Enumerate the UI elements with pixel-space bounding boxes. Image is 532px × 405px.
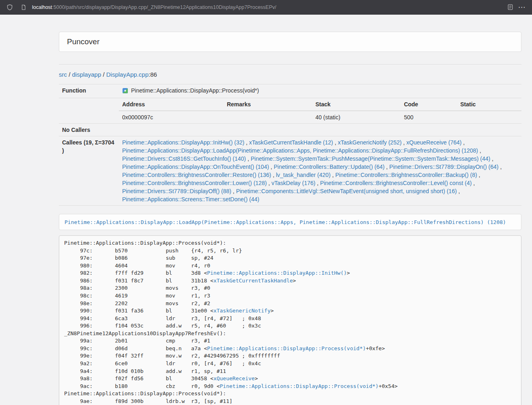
stats-values-row: 0x0000097c 40 (static) 500 [119,111,521,123]
url-text: localhost:5000/path/src/displayapp/Displ… [32,4,276,10]
callee-link[interactable]: xTaskGenericNotify (252) [338,139,401,146]
function-name: Pinetime::Applications::DisplayApp::Proc… [131,87,259,94]
no-callers-cell [119,124,521,136]
toolbar-right-actions: ⋯ [504,2,528,13]
breadcrumb-link[interactable]: src [59,71,67,78]
app-header-panel: Puncover [59,32,521,52]
disassembly: Pinetime::Applications::DisplayApp::Proc… [59,235,521,405]
reader-mode-icon[interactable] [504,2,516,13]
callee-link[interactable]: Pinetime::Applications::DisplayApp::OnTo… [122,164,269,170]
callee-link[interactable]: Pinetime::Controllers::BrightnessControl… [122,180,267,186]
callee-link[interactable]: vTaskDelay (176) [271,180,315,186]
stats-label-spacer [59,98,119,124]
shield-icon[interactable] [4,2,15,13]
url-path: :5000/path/src/displayapp/DisplayApp.cpp… [52,4,276,10]
code-symbol-link[interactable]: xTaskGenericNotify [213,308,271,314]
breadcrumb-link[interactable]: DisplayApp.cpp [106,71,149,78]
stat-remarks [224,111,312,123]
callee-link[interactable]: xQueueReceive (764) [406,139,461,146]
callee-link[interactable]: Pinetime::System::SystemTask::PushMessag… [251,155,491,162]
stat-stack: 40 (static) [312,111,401,123]
breadcrumb-separator: / [101,71,106,78]
col-code: Code [401,98,457,111]
browser-toolbar: localhost:5000/path/src/displayapp/Displ… [0,0,532,15]
breadcrumb-separator: / [67,71,72,78]
callee-link[interactable]: Pinetime::Applications::DisplayApp::Load… [122,147,478,154]
app-title[interactable]: Puncover [67,37,99,46]
callee-link[interactable]: Pinetime::Drivers::St7789::DisplayOn() (… [389,164,498,170]
stats-row: Address Remarks Stack Code Static 0x0000… [59,98,521,124]
stat-code: 500 [401,111,457,123]
url-bar[interactable]: localhost:5000/path/src/displayapp/Displ… [18,2,504,13]
function-row: Function Pinetime::Applications::Display… [59,84,521,98]
url-host: localhost [32,4,52,10]
callee-link[interactable]: Pinetime::Components::LittleVgl::SetNewT… [236,188,457,194]
code-symbol-link[interactable]: Pinetime::Applications::DisplayApp::Proc… [220,383,379,389]
callees-list: Pinetime::Applications::DisplayApp::Init… [119,136,521,206]
code-symbol-link[interactable]: Pinetime::Applications::DisplayApp::Proc… [207,345,366,351]
callee-link[interactable]: Pinetime::Applications::Screens::Timer::… [122,196,259,202]
col-stack: Stack [312,98,401,111]
callee-link[interactable]: Pinetime::Controllers::Battery::Update()… [274,164,385,170]
selected-symbol-panel: Pinetime::Applications::DisplayApp::Load… [59,214,521,230]
callee-link[interactable]: Pinetime::Drivers::Cst816S::GetTouchInfo… [122,155,246,162]
stats-header-row: Address Remarks Stack Code Static [119,98,521,111]
page-info-icon[interactable] [18,2,29,13]
function-name-cell: Pinetime::Applications::DisplayApp::Proc… [119,84,521,98]
stats-table: Address Remarks Stack Code Static 0x0000… [119,98,521,123]
callee-link[interactable]: xTaskGetCurrentTaskHandle (12) [249,139,333,146]
divider [59,64,521,65]
callee-link[interactable]: Pinetime::Applications::DisplayApp::Init… [122,139,244,146]
menu-icon[interactable]: ⋯ [516,2,528,13]
callee-link[interactable]: Pinetime::Controllers::BrightnessControl… [335,172,477,178]
code-symbol-link[interactable]: Pinetime::Applications::DisplayApp::Init… [207,270,347,276]
callee-link[interactable]: Pinetime::Controllers::BrightnessControl… [320,180,472,186]
col-static: Static [457,98,521,111]
selected-symbol-link[interactable]: Pinetime::Applications::DisplayApp::Load… [65,219,506,225]
callee-link[interactable]: Pinetime::Controllers::BrightnessControl… [122,172,271,178]
breadcrumb: src / displayapp / DisplayApp.cpp:86 [59,70,521,79]
breadcrumb-line-number: :86 [149,71,157,78]
col-address: Address [119,98,224,111]
no-callers-label: No Callers [59,124,119,136]
callees-row: Callees (19, Σ=3704 ) Pinetime::Applicat… [59,136,521,206]
stat-static [457,111,521,123]
breadcrumb-link[interactable]: displayapp [72,71,101,78]
callee-link[interactable]: Pinetime::Drivers::St7789::DisplayOff() … [122,188,231,194]
code-symbol-link[interactable]: xQueueReceive [213,375,255,381]
callees-label: Callees (19, Σ=3704 ) [59,136,119,206]
code-symbol-link[interactable]: xTaskGetCurrentTaskHandle [213,278,293,284]
function-label: Function [59,84,119,98]
callee-link[interactable]: lv_task_handler (420) [276,172,331,178]
function-icon [122,88,128,96]
function-table: Function Pinetime::Applications::Display… [59,84,521,206]
col-remarks: Remarks [224,98,312,111]
stats-cell: Address Remarks Stack Code Static 0x0000… [119,98,521,124]
no-callers-row: No Callers [59,124,521,136]
stat-address: 0x0000097c [119,111,224,123]
page-content: Puncover src / displayapp / DisplayApp.c… [59,32,521,405]
